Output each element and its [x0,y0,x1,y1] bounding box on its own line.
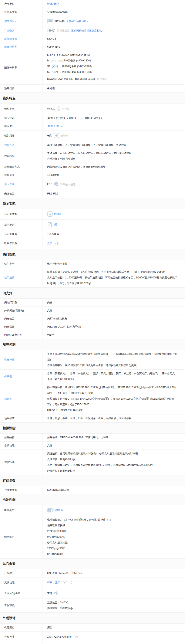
spec-link[interactable]: 更多同价位高清级像素相机> [71,29,103,32]
spec-label: 存储卡类型 [0,486,43,494]
section-title: 存储参数 [0,475,185,486]
spec-row: 无线功能WiFi，蓝牙 [0,578,185,588]
touch-icon [48,212,52,216]
spec-value: USB 2.0，Micro-B，HDMI min [43,570,185,577]
spec-text: 中端级 [47,87,55,90]
spec-label: 自拍功能 [0,442,43,450]
spec-row: 续航能力电池拍摄能力（基于CIPA测试标准，50%使用闪光灯）：使用取景器拍摄:… [0,516,185,558]
spec-row: 白平衡自动（氛围优先），自动（白色优先），预设（日光、阴影、阴天、钨丝灯、白色荧… [0,370,185,384]
spec-link[interactable]: 光学 [47,242,52,245]
spec-text: 湿度范围：85%或更小 [47,607,73,610]
spec-value: 佳能EF系列镜头（包括EF-S，不包括EF-M镜头） [43,114,185,122]
spec-label: 产品定位 [0,0,43,8]
spec-text: DIGIC 8 [47,37,56,40]
spec-label: 产品接口 [0,570,43,577]
spec-row: 机身颜色黑色 [0,624,185,632]
spec-value: 锂电池 [43,505,185,516]
viewfinder-icon [54,241,60,246]
spec-value: 肖像，风景，微距，运动，日落，夜景肖像，夜景，手持夜景，抗运动模糊 [43,414,185,422]
spec-value: 支持 [43,442,185,450]
spec-text: APS画幅 [54,20,65,23]
spec-row: 闪光灯回电时间约3秒 [0,331,185,339]
spec-row: 显示屏尺寸3英寸 [0,220,185,230]
spec-value: 电子控制焦平面快门 [43,260,185,268]
spec-row: 产品重量约619g（仅机身），701g（包含电池和存储卡） [0,642,185,644]
section-title: 镜头特点 [0,93,185,104]
aperture-icon [54,182,59,186]
spec-link[interactable]: WiFi，蓝牙 [47,581,60,584]
spec-value: 自动（氛围优先），自动（白色优先），预设（日光、阴影、阴天、钨丝灯、白色荧光灯、… [43,370,185,383]
camera-icon [74,634,79,639]
spec-text: 连拍（摇摄模式时）：使用取景器拍摄时最高约5.7张/秒，使用实时显示拍摄时最高约… [47,464,153,466]
spec-row: 适用对象中端级 [0,84,185,93]
spec-row: 光圈范围F3.5-F5.6 [0,190,185,198]
spec-row: 镜头卡口佳能EF卡口> [0,122,185,130]
spec-value: 光学 [43,238,185,249]
spec-text: 3250万 [47,29,56,32]
spec-row: 自拍功能支持 [0,442,185,450]
spec-text: 静止图像拍摄：自动ISO（在ISO 100~25600之间自动设置），在ISO … [47,386,177,394]
spec-label: 对焦范围 [0,171,43,179]
spec-value: 伸缩式可伸缩 [43,104,185,114]
spec-link[interactable]: 锂电池 [55,509,63,512]
spec-text: 0℃时约440张 [47,552,63,556]
spec-text: 取景器拍摄：1/8000至30秒（总快门速度范围，可用范围随拍摄模式各异）、B门… [47,270,166,273]
spec-value: 电池拍摄能力（基于CIPA测试标准，50%使用闪光灯）：使用取景器拍摄:23℃时… [43,516,185,558]
spec-value: 支持 [43,307,185,314]
spec-link[interactable]: 3英寸 [53,223,60,226]
spec-label: 白平衡 [0,370,43,383]
spec-label: 场景模式 [0,414,43,422]
spec-label: 续航能力 [0,516,43,558]
spec-text: 23℃时约450张 [47,547,65,550]
spec-value: 104万像素 [43,230,185,238]
focus-frame-icon [54,133,59,138]
spec-value: 支持 [43,588,185,598]
spec-value: 手动选择：定点自动对焦，单点自动对焦，区域自动对焦，大区域自动对焦自动选择：45… [43,149,185,163]
spec-link[interactable]: 套装相机> [47,2,59,5]
spec-link[interactable]: 更多APS画幅相机> [66,20,88,23]
spec-value: 短片格式：MPEG-4 AVC/H.264，可变（平均）比特率 [43,434,185,442]
spec-text: USB 2.0，Micro-B，HDMI min [47,572,82,575]
spec-row: 镜头类型伸缩式可伸缩 [0,104,185,114]
spec-label: 对焦区域 [0,149,43,163]
spec-label: 显示屏像素 [0,230,43,238]
spec-link[interactable]: 佳能EF卡口> [47,125,62,128]
spec-row: 场景模式肖像，风景，微距，运动，日落，夜景肖像，夜景，手持夜景，抗运动模糊 [0,414,185,422]
spec-value: 取景器拍摄：1/8000至30秒（总快门速度范围，可用范围随拍摄模式各异）、B门… [43,268,185,287]
spec-text: 支持 [47,592,52,595]
spec-text: 约17mm镜头视角 [47,317,67,320]
spec-link[interactable]: 触摸屏 [54,212,62,216]
spec-value: 140.7×104.8×76.8mm [43,632,185,642]
spec-label: 显示屏类型 [0,209,43,219]
spec-text: M（中）：约1540万像素 (4800×3200) [47,59,90,62]
spec-text: 140.7×104.8×76.8mm [47,635,72,638]
spec-text: 18-135mm [47,174,59,176]
spec-row: 曝光补偿手动：在±5级间以1/2或1/3级为单位调节（取景器拍摄），在±3级间以… [0,350,185,370]
section-title: 曝光控制 [0,339,185,350]
spec-value: SD/SDHC/SDXC卡 [43,486,185,494]
spec-label: 取景器类型 [0,238,43,249]
spec-text: 23℃时约1300张 [47,530,66,533]
spec-value: 长焦拍动物 [43,130,185,141]
spec-row: 显示屏类型触摸屏 [0,209,185,220]
spec-value: 内置 [43,298,185,306]
speaker-icon [54,591,59,596]
spec-value: 内置闪光灯发出短促连续闪光，有效距离约4米以内 [43,163,185,171]
spec-value: 全像素双核CMOS [43,8,185,16]
lens-icon [56,106,60,111]
spec-value: F3.5-F5.6 [43,190,185,198]
spec-text: 6960×4640 [47,45,60,48]
spec-text: HDR短片：ISO感光度自动设置 [47,409,83,412]
spec-label: 镜头用途 [0,130,43,141]
spec-row: 外接闪光灯(热靴)支持 [0,307,185,315]
spec-row: 镜头说明佳能EF系列镜头（包括EF-S，不包括EF-M镜头） [0,114,185,122]
spec-label: 快门速度 [0,268,43,287]
spec-value: 手动：在±5级间以1/2或1/3级为单位调节（取景器拍摄），在±3级间以1/2或… [43,350,185,370]
spec-label: 外形尺寸 [0,632,43,642]
spec-table: 产品定位套装相机>传感器类型全像素双核CMOS传感器尺寸APS画幅更多APS画幅… [0,0,185,644]
spec-row: 闪光范围约17mm镜头视角 [0,315,185,323]
wifi-icon [62,580,68,585]
spec-value: WiFi，蓝牙 [43,578,185,588]
spec-row: 快门速度取景器拍摄：1/8000至30秒（总快门速度范围，可用范围随拍摄模式各异… [0,268,185,288]
section-title: 电池性能 [0,494,185,505]
